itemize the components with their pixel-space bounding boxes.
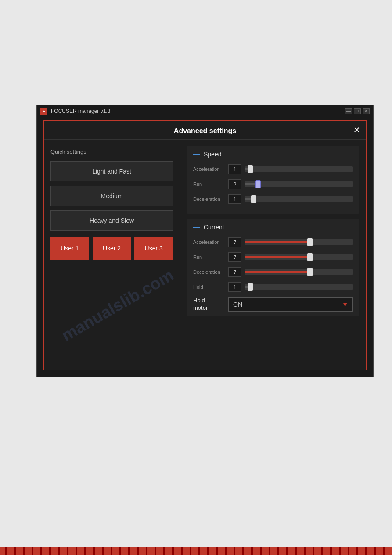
current-section-header: — Current <box>193 223 353 231</box>
dialog-container: Advanced settings ✕ Quick settings Light… <box>43 120 367 370</box>
speed-decel-row: Deceleration 1 <box>193 194 353 204</box>
hold-motor-dropdown[interactable]: ON ▼ <box>228 297 353 312</box>
current-hold-label: Hold <box>193 284 225 290</box>
dialog-title: Advanced settings <box>174 127 236 135</box>
bottom-decorative-bar <box>0 547 392 555</box>
current-run-label: Run <box>193 254 225 260</box>
application-window: F FOCUSER manager v1.3 — □ × Advanced se… <box>36 105 374 377</box>
user3-button[interactable]: User 3 <box>134 237 173 260</box>
speed-run-row: Run 2 <box>193 179 353 189</box>
current-accel-label: Acceleration <box>193 239 225 245</box>
speed-decel-slider[interactable] <box>245 196 353 202</box>
speed-accel-value: 1 <box>228 164 241 174</box>
speed-run-value: 2 <box>228 179 241 189</box>
speed-accel-thumb[interactable] <box>248 165 253 173</box>
current-hold-thumb[interactable] <box>248 283 253 291</box>
speed-run-label: Run <box>193 181 225 187</box>
app-icon: F <box>40 108 47 115</box>
current-decel-value: 7 <box>228 267 241 277</box>
titlebar: F FOCUSER manager v1.3 — □ × <box>37 105 373 117</box>
user2-button[interactable]: User 2 <box>93 237 131 260</box>
speed-accel-slider[interactable] <box>245 166 353 172</box>
current-accel-thumb[interactable] <box>307 238 313 246</box>
user1-button[interactable]: User 1 <box>50 237 89 260</box>
right-panel: — Speed Acceleration 1 <box>180 140 366 364</box>
dropdown-arrow-icon: ▼ <box>342 301 348 308</box>
speed-accel-track <box>245 168 353 170</box>
hold-motor-label: Holdmotor <box>193 297 228 312</box>
hold-motor-row: Holdmotor ON ▼ <box>193 297 353 312</box>
speed-acceleration-row: Acceleration 1 <box>193 164 353 174</box>
speed-accel-label: Acceleration <box>193 167 225 172</box>
current-decel-thumb[interactable] <box>307 268 313 276</box>
maximize-button[interactable]: □ <box>354 108 361 114</box>
medium-button[interactable]: Medium <box>50 186 173 206</box>
current-hold-track <box>245 286 353 288</box>
speed-run-thumb[interactable] <box>255 180 261 188</box>
speed-section: — Speed Acceleration 1 <box>187 146 359 214</box>
dialog-header: Advanced settings ✕ <box>44 121 366 140</box>
current-decel-label: Deceleration <box>193 269 225 275</box>
current-decel-slider[interactable] <box>245 269 353 275</box>
current-dash: — <box>193 223 200 231</box>
light-fast-button[interactable]: Light and Fast <box>50 161 173 181</box>
current-section: — Current Acceleration 7 <box>187 219 359 316</box>
hold-motor-value: ON <box>233 301 242 308</box>
current-run-fill <box>245 256 310 258</box>
speed-decel-track <box>245 198 353 200</box>
speed-dash: — <box>193 150 200 158</box>
speed-decel-thumb[interactable] <box>251 195 256 203</box>
minimize-button[interactable]: — <box>345 108 352 114</box>
current-label: Current <box>204 224 224 231</box>
speed-run-track <box>245 183 353 185</box>
current-decel-row: Deceleration 7 <box>193 267 353 277</box>
quick-settings-title: Quick settings <box>50 149 173 155</box>
current-hold-value: 1 <box>228 282 241 292</box>
current-hold-row: Hold 1 <box>193 282 353 292</box>
speed-section-header: — Speed <box>193 150 353 158</box>
window-close-button[interactable]: × <box>363 108 370 114</box>
current-hold-slider[interactable] <box>245 284 353 290</box>
speed-decel-label: Deceleration <box>193 196 225 202</box>
left-panel: Quick settings Light and Fast Medium Hea… <box>44 140 180 364</box>
current-decel-fill <box>245 271 310 273</box>
window-controls: — □ × <box>345 108 370 114</box>
dialog-close-button[interactable]: ✕ <box>353 126 360 134</box>
speed-run-slider[interactable] <box>245 181 353 187</box>
current-run-value: 7 <box>228 252 241 262</box>
heavy-slow-button[interactable]: Heavy and Slow <box>50 210 173 231</box>
app-title: FOCUSER manager v1.3 <box>51 108 345 114</box>
current-accel-fill <box>245 241 310 243</box>
dialog-body: Quick settings Light and Fast Medium Hea… <box>44 140 366 364</box>
user-buttons-group: User 1 User 2 User 3 <box>50 237 173 260</box>
current-run-slider[interactable] <box>245 254 353 260</box>
speed-decel-value: 1 <box>228 194 241 204</box>
current-accel-row: Acceleration 7 <box>193 237 353 247</box>
current-accel-value: 7 <box>228 237 241 247</box>
current-run-row: Run 7 <box>193 252 353 262</box>
speed-label: Speed <box>204 151 221 158</box>
current-accel-slider[interactable] <box>245 239 353 245</box>
current-run-thumb[interactable] <box>307 253 313 261</box>
